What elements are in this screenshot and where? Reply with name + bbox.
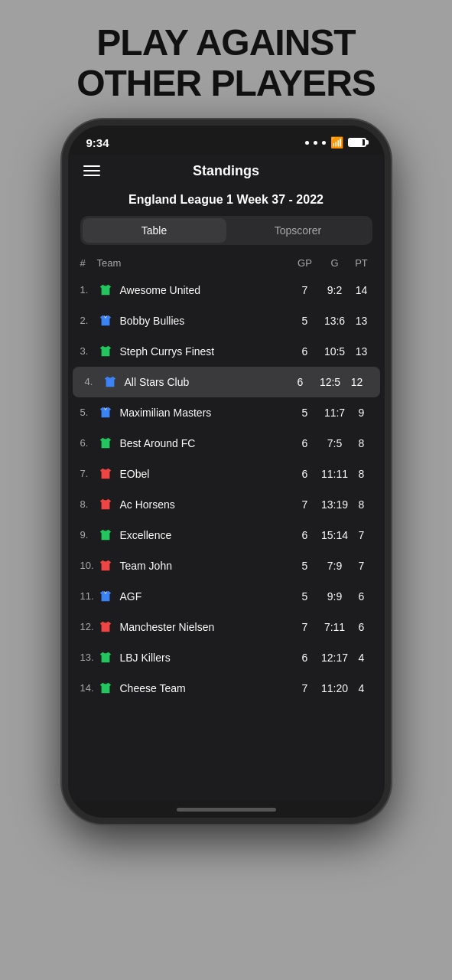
table-row[interactable]: 6. Best Around FC 6 7:5 8 <box>68 428 385 459</box>
header-g: G <box>319 257 351 269</box>
team-shirt-icon <box>97 343 114 360</box>
table-row[interactable]: 13. LBJ Killers 6 12:17 4 <box>68 642 385 673</box>
row-gp: 7 <box>291 284 319 296</box>
headline-line1: PLAY AGAINST <box>76 23 376 64</box>
team-shirt-icon <box>97 466 114 482</box>
row-num: 7. <box>80 468 97 479</box>
team-shirt-icon <box>97 282 114 299</box>
row-g: 15:14 <box>319 529 351 541</box>
table-row[interactable]: 12. Manchester Nielsen 7 7:11 6 <box>68 612 385 642</box>
header-gp: GP <box>291 257 319 269</box>
team-shirt-icon <box>97 312 114 329</box>
row-gp: 6 <box>291 345 319 358</box>
status-time: 9:34 <box>86 136 109 149</box>
header-pt: PT <box>351 257 372 269</box>
table-row[interactable]: 8. Ac Horsens 7 13:19 8 <box>68 489 385 520</box>
row-num: 2. <box>80 315 97 326</box>
team-shirt-icon <box>97 649 114 666</box>
team-name: All Stars Club <box>125 376 287 388</box>
team-name: LBJ Killers <box>120 652 291 664</box>
status-icons: 📶 <box>305 136 366 149</box>
hamburger-menu[interactable] <box>83 165 100 176</box>
row-num: 9. <box>80 529 97 541</box>
battery-icon <box>348 138 366 147</box>
app-content: Standings England League 1 Week 37 - 202… <box>68 155 385 802</box>
team-name: Awesome United <box>120 284 291 296</box>
row-g: 11:7 <box>319 407 351 419</box>
row-g: 12:5 <box>314 376 346 388</box>
row-gp: 6 <box>287 376 314 388</box>
wifi-icon: 📶 <box>330 136 343 149</box>
team-shirt-icon <box>97 527 114 544</box>
table-row[interactable]: 11. AGF 5 9:9 6 <box>68 581 385 612</box>
row-g: 10:5 <box>319 345 351 358</box>
header-team: Team <box>97 257 291 269</box>
row-pt: 6 <box>351 621 372 633</box>
team-name: Cheese Team <box>120 682 291 694</box>
row-gp: 7 <box>291 682 319 694</box>
signal-dot-3 <box>322 141 326 145</box>
team-name: Ac Horsens <box>120 498 291 511</box>
row-gp: 7 <box>291 621 319 633</box>
table-row[interactable]: 14. Cheese Team 7 11:20 4 <box>68 673 385 704</box>
row-gp: 5 <box>291 590 319 603</box>
table-header: # Team GP G PT <box>68 254 385 275</box>
row-g: 12:17 <box>319 652 351 664</box>
team-shirt-icon <box>97 404 114 421</box>
team-name: Best Around FC <box>120 437 291 449</box>
header-hash: # <box>80 257 97 269</box>
tab-table[interactable]: Table <box>83 218 226 243</box>
row-num: 13. <box>80 652 97 663</box>
table-row[interactable]: 2. Bobby Bullies 5 13:6 13 <box>68 305 385 336</box>
team-shirt-icon <box>97 557 114 574</box>
table-row[interactable]: 10. Team John 5 7:9 7 <box>68 550 385 581</box>
team-shirt-icon <box>97 619 114 635</box>
table-row[interactable]: 3. Steph Currys Finest 6 10:5 13 <box>68 336 385 367</box>
tab-topscorer[interactable]: Topscorer <box>226 218 370 243</box>
row-pt: 8 <box>351 437 372 449</box>
row-num: 4. <box>85 376 102 387</box>
row-g: 7:11 <box>319 621 351 633</box>
phone-frame: 9:34 📶 Standings England League 1 Week 3… <box>62 119 391 824</box>
headline-line2: OTHER PLAYERS <box>76 64 376 104</box>
table-row[interactable]: 4. All Stars Club 6 12:5 12 <box>73 367 380 397</box>
row-pt: 12 <box>346 376 368 388</box>
table-row[interactable]: 5. Maximilian Masters 5 11:7 9 <box>68 397 385 428</box>
table-row[interactable]: 7. EObel 6 11:11 8 <box>68 459 385 489</box>
row-gp: 5 <box>291 315 319 327</box>
row-gp: 7 <box>291 498 319 511</box>
row-num: 8. <box>80 498 97 510</box>
table-row[interactable]: 1. Awesome United 7 9:2 14 <box>68 275 385 305</box>
team-name: Team John <box>120 560 291 572</box>
row-gp: 5 <box>291 560 319 572</box>
team-name: Manchester Nielsen <box>120 621 291 633</box>
table-row[interactable]: 9. Excellence 6 15:14 7 <box>68 520 385 550</box>
row-g: 9:2 <box>319 284 351 296</box>
signal-dot-2 <box>314 141 317 145</box>
row-g: 7:9 <box>319 560 351 572</box>
team-shirt-icon <box>97 496 114 513</box>
row-num: 3. <box>80 345 97 357</box>
team-shirt-icon <box>97 588 114 605</box>
team-name: Excellence <box>120 529 291 541</box>
row-num: 14. <box>80 682 97 694</box>
team-name: EObel <box>120 468 291 480</box>
home-indicator <box>177 808 276 812</box>
status-bar: 9:34 📶 <box>68 126 385 155</box>
team-shirt-icon <box>97 680 114 697</box>
table-body: 1. Awesome United 7 9:2 14 2. Bobby Bull… <box>68 275 385 802</box>
row-g: 11:11 <box>319 468 351 480</box>
row-num: 12. <box>80 621 97 632</box>
row-g: 13:6 <box>319 315 351 327</box>
league-title: England League 1 Week 37 - 2022 <box>68 187 385 216</box>
row-pt: 7 <box>351 560 372 572</box>
team-shirt-icon <box>102 374 119 390</box>
row-num: 11. <box>80 590 97 602</box>
row-gp: 6 <box>291 468 319 480</box>
headline: PLAY AGAINST OTHER PLAYERS <box>76 0 376 119</box>
row-num: 1. <box>80 284 97 296</box>
row-g: 13:19 <box>319 498 351 511</box>
row-num: 6. <box>80 437 97 449</box>
row-pt: 7 <box>351 529 372 541</box>
row-gp: 6 <box>291 652 319 664</box>
